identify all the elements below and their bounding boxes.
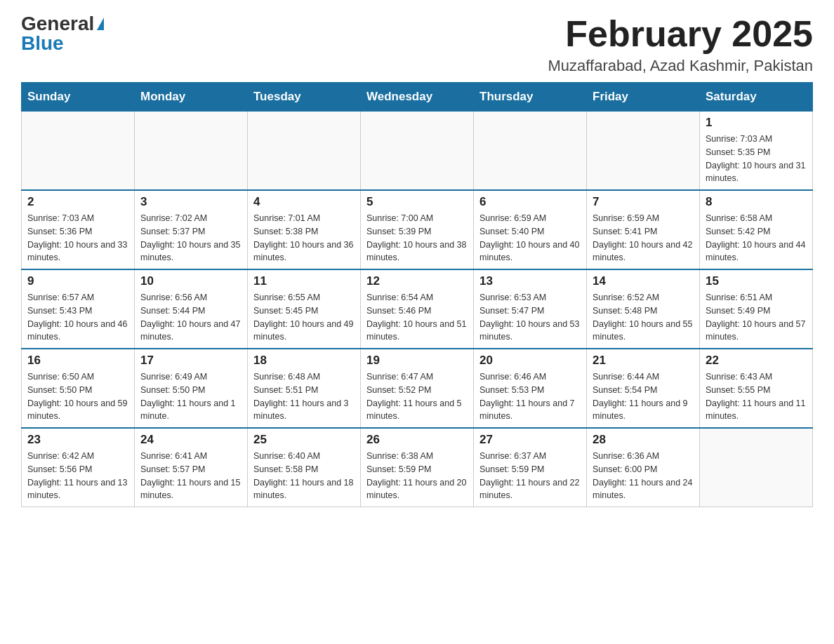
day-number: 5 (366, 195, 468, 209)
day-number: 3 (140, 195, 241, 209)
day-info: Sunrise: 6:50 AMSunset: 5:50 PMDaylight:… (27, 370, 128, 423)
day-info: Sunrise: 6:49 AMSunset: 5:50 PMDaylight:… (140, 370, 241, 423)
day-info: Sunrise: 6:46 AMSunset: 5:53 PMDaylight:… (479, 370, 581, 423)
calendar-cell: 15Sunrise: 6:51 AMSunset: 5:49 PMDayligh… (700, 269, 813, 349)
day-info: Sunrise: 7:00 AMSunset: 5:39 PMDaylight:… (366, 212, 468, 264)
day-info: Sunrise: 7:02 AMSunset: 5:37 PMDaylight:… (140, 212, 241, 264)
day-number: 4 (253, 195, 355, 209)
day-info: Sunrise: 6:53 AMSunset: 5:47 PMDaylight:… (479, 291, 581, 344)
calendar-cell: 25Sunrise: 6:40 AMSunset: 5:58 PMDayligh… (248, 428, 361, 507)
calendar-cell: 27Sunrise: 6:37 AMSunset: 5:59 PMDayligh… (474, 428, 587, 507)
day-info: Sunrise: 6:41 AMSunset: 5:57 PMDaylight:… (140, 450, 241, 502)
day-info: Sunrise: 6:54 AMSunset: 5:46 PMDaylight:… (366, 291, 468, 344)
calendar-cell: 14Sunrise: 6:52 AMSunset: 5:48 PMDayligh… (587, 269, 700, 349)
calendar-cell: 18Sunrise: 6:48 AMSunset: 5:51 PMDayligh… (248, 349, 361, 428)
logo-triangle-icon (97, 18, 104, 30)
day-number: 22 (706, 354, 807, 368)
day-info: Sunrise: 6:52 AMSunset: 5:48 PMDaylight:… (593, 291, 694, 344)
calendar-header-saturday: Saturday (700, 83, 813, 112)
day-info: Sunrise: 6:43 AMSunset: 5:55 PMDaylight:… (706, 370, 807, 423)
logo-general-text: General (21, 14, 94, 34)
calendar-cell: 17Sunrise: 6:49 AMSunset: 5:50 PMDayligh… (135, 349, 248, 428)
day-info: Sunrise: 6:36 AMSunset: 6:00 PMDaylight:… (593, 450, 694, 502)
day-info: Sunrise: 6:42 AMSunset: 5:56 PMDaylight:… (27, 450, 128, 502)
day-number: 12 (366, 274, 468, 288)
day-number: 25 (253, 433, 355, 447)
day-number: 26 (366, 433, 468, 447)
calendar-cell (22, 112, 135, 191)
calendar-header-sunday: Sunday (22, 83, 135, 112)
logo: General Blue (21, 14, 104, 53)
calendar-cell: 24Sunrise: 6:41 AMSunset: 5:57 PMDayligh… (135, 428, 248, 507)
day-number: 18 (253, 354, 355, 368)
calendar-cell: 19Sunrise: 6:47 AMSunset: 5:52 PMDayligh… (361, 349, 474, 428)
month-title: February 2025 (548, 14, 813, 54)
day-info: Sunrise: 6:59 AMSunset: 5:40 PMDaylight:… (479, 212, 581, 264)
day-number: 10 (140, 274, 241, 288)
day-info: Sunrise: 6:37 AMSunset: 5:59 PMDaylight:… (479, 450, 581, 502)
day-number: 24 (140, 433, 241, 447)
day-info: Sunrise: 6:58 AMSunset: 5:42 PMDaylight:… (706, 212, 807, 264)
day-info: Sunrise: 6:55 AMSunset: 5:45 PMDaylight:… (253, 291, 355, 344)
calendar-table: SundayMondayTuesdayWednesdayThursdayFrid… (21, 82, 813, 507)
calendar-cell: 6Sunrise: 6:59 AMSunset: 5:40 PMDaylight… (474, 190, 587, 269)
day-info: Sunrise: 6:48 AMSunset: 5:51 PMDaylight:… (253, 370, 355, 423)
calendar-cell: 9Sunrise: 6:57 AMSunset: 5:43 PMDaylight… (22, 269, 135, 349)
day-info: Sunrise: 6:47 AMSunset: 5:52 PMDaylight:… (366, 370, 468, 423)
day-number: 15 (706, 274, 807, 288)
day-number: 20 (479, 354, 581, 368)
calendar-cell: 12Sunrise: 6:54 AMSunset: 5:46 PMDayligh… (361, 269, 474, 349)
day-info: Sunrise: 7:03 AMSunset: 5:36 PMDaylight:… (27, 212, 128, 264)
calendar-header-monday: Monday (135, 83, 248, 112)
day-number: 11 (253, 274, 355, 288)
day-number: 27 (479, 433, 581, 447)
calendar-cell (587, 112, 700, 191)
calendar-cell: 20Sunrise: 6:46 AMSunset: 5:53 PMDayligh… (474, 349, 587, 428)
calendar-cell (135, 112, 248, 191)
day-number: 28 (593, 433, 694, 447)
calendar-header-wednesday: Wednesday (361, 83, 474, 112)
day-number: 8 (706, 195, 807, 209)
day-info: Sunrise: 6:51 AMSunset: 5:49 PMDaylight:… (706, 291, 807, 344)
calendar-cell: 26Sunrise: 6:38 AMSunset: 5:59 PMDayligh… (361, 428, 474, 507)
day-number: 16 (27, 354, 128, 368)
location-title: Muzaffarabad, Azad Kashmir, Pakistan (548, 57, 813, 75)
calendar-cell (474, 112, 587, 191)
day-number: 21 (593, 354, 694, 368)
day-info: Sunrise: 6:38 AMSunset: 5:59 PMDaylight:… (366, 450, 468, 502)
page-header: General Blue February 2025 Muzaffarabad,… (21, 14, 813, 75)
calendar-cell: 13Sunrise: 6:53 AMSunset: 5:47 PMDayligh… (474, 269, 587, 349)
day-number: 9 (27, 274, 128, 288)
calendar-cell: 28Sunrise: 6:36 AMSunset: 6:00 PMDayligh… (587, 428, 700, 507)
calendar-cell: 2Sunrise: 7:03 AMSunset: 5:36 PMDaylight… (22, 190, 135, 269)
calendar-cell (248, 112, 361, 191)
day-info: Sunrise: 6:59 AMSunset: 5:41 PMDaylight:… (593, 212, 694, 264)
day-info: Sunrise: 6:56 AMSunset: 5:44 PMDaylight:… (140, 291, 241, 344)
calendar-week-row: 16Sunrise: 6:50 AMSunset: 5:50 PMDayligh… (22, 349, 813, 428)
calendar-header-friday: Friday (587, 83, 700, 112)
day-number: 1 (706, 116, 807, 130)
calendar-week-row: 2Sunrise: 7:03 AMSunset: 5:36 PMDaylight… (22, 190, 813, 269)
day-number: 7 (593, 195, 694, 209)
calendar-week-row: 1Sunrise: 7:03 AMSunset: 5:35 PMDaylight… (22, 112, 813, 191)
calendar-cell: 22Sunrise: 6:43 AMSunset: 5:55 PMDayligh… (700, 349, 813, 428)
day-number: 6 (479, 195, 581, 209)
calendar-cell: 10Sunrise: 6:56 AMSunset: 5:44 PMDayligh… (135, 269, 248, 349)
day-info: Sunrise: 6:40 AMSunset: 5:58 PMDaylight:… (253, 450, 355, 502)
calendar-cell: 5Sunrise: 7:00 AMSunset: 5:39 PMDaylight… (361, 190, 474, 269)
title-area: February 2025 Muzaffarabad, Azad Kashmir… (548, 14, 813, 75)
calendar-cell: 21Sunrise: 6:44 AMSunset: 5:54 PMDayligh… (587, 349, 700, 428)
day-info: Sunrise: 7:03 AMSunset: 5:35 PMDaylight:… (706, 133, 807, 185)
day-number: 2 (27, 195, 128, 209)
calendar-cell: 3Sunrise: 7:02 AMSunset: 5:37 PMDaylight… (135, 190, 248, 269)
calendar-week-row: 23Sunrise: 6:42 AMSunset: 5:56 PMDayligh… (22, 428, 813, 507)
calendar-cell: 11Sunrise: 6:55 AMSunset: 5:45 PMDayligh… (248, 269, 361, 349)
calendar-cell: 7Sunrise: 6:59 AMSunset: 5:41 PMDaylight… (587, 190, 700, 269)
calendar-header-thursday: Thursday (474, 83, 587, 112)
calendar-cell: 16Sunrise: 6:50 AMSunset: 5:50 PMDayligh… (22, 349, 135, 428)
calendar-header-row: SundayMondayTuesdayWednesdayThursdayFrid… (22, 83, 813, 112)
day-number: 19 (366, 354, 468, 368)
day-info: Sunrise: 6:57 AMSunset: 5:43 PMDaylight:… (27, 291, 128, 344)
calendar-week-row: 9Sunrise: 6:57 AMSunset: 5:43 PMDaylight… (22, 269, 813, 349)
calendar-cell (700, 428, 813, 507)
